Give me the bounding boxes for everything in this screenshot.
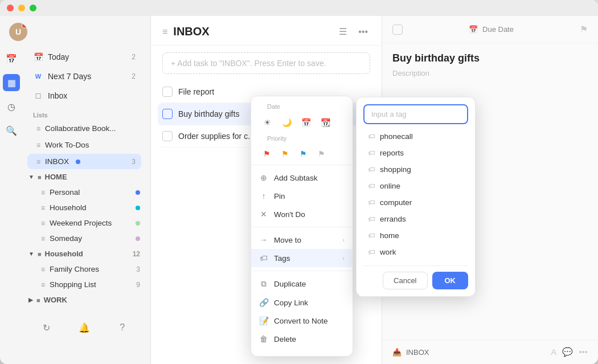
menu-moveto[interactable]: → Move to › <box>251 231 353 249</box>
task-text-0: File report <box>178 87 214 96</box>
wontdo-icon: ✕ <box>259 210 268 219</box>
detail-more-icon[interactable]: ••• <box>579 347 588 357</box>
nav-next7days[interactable]: W Next 7 Days 2 <box>27 67 141 85</box>
list-label-someday: Someday <box>50 234 82 243</box>
moveto-chevron: › <box>342 236 345 243</box>
nav-icon-grid[interactable]: ▦ <box>3 74 20 91</box>
list-label-collaborative: Collaborative Book... <box>45 124 116 133</box>
date-cal2-icon[interactable]: 📆 <box>317 114 333 130</box>
tag-icon-online: 🏷 <box>368 182 375 190</box>
menu-convert[interactable]: 📝 Convert to Note <box>251 312 353 330</box>
tag-label-online: online <box>380 182 400 190</box>
task-checkbox-2[interactable] <box>162 131 173 141</box>
nav-next7-label: Next 7 Days <box>48 72 91 81</box>
date-cal-icon[interactable]: 📅 <box>298 114 314 130</box>
list-label-worktodos: Work To-Dos <box>45 141 89 149</box>
convert-icon: 📝 <box>259 316 268 325</box>
menu-tags[interactable]: 🏷 Tags › <box>251 249 353 267</box>
bell-icon[interactable]: 🔔 <box>76 319 93 336</box>
nav-icon-clock[interactable]: ◷ <box>3 98 20 115</box>
moveto-icon: → <box>259 235 268 244</box>
detail-checkbox[interactable] <box>392 24 403 35</box>
sync-icon[interactable]: ↻ <box>38 319 55 336</box>
household-group-count: 12 <box>133 250 140 258</box>
delete-label: Delete <box>274 335 296 343</box>
nav-next7-count: 2 <box>132 72 136 80</box>
maximize-button[interactable] <box>30 5 36 11</box>
nav-inbox[interactable]: □ Inbox <box>27 87 141 105</box>
tag-item-errands[interactable]: 🏷 errands <box>363 211 468 227</box>
tag-label-shopping: shopping <box>380 165 411 174</box>
help-icon[interactable]: ? <box>114 319 131 336</box>
group-work[interactable]: ▶ ■ WORK <box>23 292 146 308</box>
menu-add-subtask[interactable]: ⊕ Add Subtask <box>251 169 353 187</box>
tag-item-shopping[interactable]: 🏷 shopping <box>363 162 468 177</box>
list-icon-work: ≡ <box>36 141 40 149</box>
inbox-icon: □ <box>33 91 43 101</box>
menu-copylink[interactable]: 🔗 Copy Link <box>251 293 353 312</box>
priority-flag-orange[interactable]: ⚑ <box>277 146 292 161</box>
date-sun-icon[interactable]: ☀ <box>259 114 275 130</box>
minimize-button[interactable] <box>18 5 25 11</box>
delete-icon: 🗑 <box>259 334 268 343</box>
add-task-bar[interactable]: + Add task to "INBOX". Press Enter to sa… <box>162 52 370 74</box>
cancel-button[interactable]: Cancel <box>383 272 427 289</box>
tag-item-online[interactable]: 🏷 online <box>363 178 468 194</box>
nav-icon-calendar[interactable]: 📅 <box>3 50 20 67</box>
text-format-icon[interactable]: A <box>551 347 556 357</box>
avatar[interactable]: U <box>9 23 27 41</box>
menu-duplicate[interactable]: ⧉ Duplicate <box>251 275 353 293</box>
sidebar-header: U <box>0 16 150 46</box>
list-item-someday[interactable]: ≡ Someday <box>32 231 146 246</box>
more-options-icon[interactable]: ••• <box>356 24 370 39</box>
menu-wontdo[interactable]: ✕ Won't Do <box>251 205 353 223</box>
list-item-collaborative[interactable]: ≡ Collaborative Book... <box>27 121 141 136</box>
inbox-dot <box>76 159 80 164</box>
tag-item-computer[interactable]: 🏷 computer <box>363 195 468 210</box>
duplicate-icon: ⧉ <box>259 279 268 289</box>
detail-due-date[interactable]: 📅 Due Date <box>469 25 514 34</box>
tag-item-phonecall[interactable]: 🏷 phonecall <box>363 129 468 144</box>
list-item-personal[interactable]: ≡ Personal <box>32 185 146 200</box>
detail-description[interactable]: Description <box>382 69 598 77</box>
ok-button[interactable]: OK <box>432 272 469 289</box>
tag-item-home[interactable]: 🏷 home <box>363 228 468 243</box>
menu-delete[interactable]: 🗑 Delete <box>251 330 353 348</box>
flag-icon-detail[interactable]: ⚑ <box>580 24 588 35</box>
next7-icon: W <box>33 71 43 81</box>
group-household[interactable]: ▼ ■ Household 12 <box>23 246 146 261</box>
list-item-household[interactable]: ≡ Household <box>32 200 146 215</box>
title-bar <box>0 0 598 16</box>
nav-today[interactable]: 📅 Today 2 <box>27 48 141 66</box>
tag-item-reports[interactable]: 🏷 reports <box>363 145 468 161</box>
priority-flag-gray[interactable]: ⚑ <box>314 146 329 161</box>
list-item-worktodos[interactable]: ≡ Work To-Dos <box>27 137 141 153</box>
list-icon-collab: ≡ <box>36 125 40 133</box>
convert-label: Convert to Note <box>274 317 328 325</box>
nav-today-count: 2 <box>132 53 136 61</box>
duplicate-label: Duplicate <box>274 280 306 288</box>
priority-flag-red[interactable]: ⚑ <box>259 146 274 161</box>
tag-input[interactable] <box>363 104 468 124</box>
task-checkbox-0[interactable] <box>162 87 173 97</box>
list-item-inbox[interactable]: ≡ INBOX 3 <box>27 154 141 169</box>
moveto-label: Move to <box>274 236 301 244</box>
task-checkbox-1[interactable] <box>162 109 173 119</box>
close-button[interactable] <box>7 5 14 11</box>
nav-icon-search[interactable]: 🔍 <box>3 122 20 139</box>
comment-icon[interactable]: 💬 <box>562 347 573 357</box>
priority-flag-blue[interactable]: ⚑ <box>296 146 310 161</box>
group-home[interactable]: ▼ ■ HOME <box>23 169 146 185</box>
menu-section-2: → Move to › 🏷 Tags › <box>251 227 353 271</box>
tags-chevron: › <box>342 255 345 261</box>
menu-pin[interactable]: ↑ Pin <box>251 187 353 205</box>
list-view-icon[interactable]: ☰ <box>337 24 349 39</box>
weekend-dot <box>136 221 140 226</box>
tag-label-reports: reports <box>380 149 404 157</box>
list-item-familychores[interactable]: ≡ Family Chores 3 <box>32 261 146 277</box>
tag-label-home: home <box>380 231 399 240</box>
list-item-weekend[interactable]: ≡ Weekend Projects <box>32 215 146 231</box>
date-moon-icon[interactable]: 🌙 <box>278 114 294 130</box>
tag-item-work[interactable]: 🏷 work <box>363 244 468 260</box>
list-item-shoppinglist[interactable]: ≡ Shopping List 9 <box>32 277 146 292</box>
